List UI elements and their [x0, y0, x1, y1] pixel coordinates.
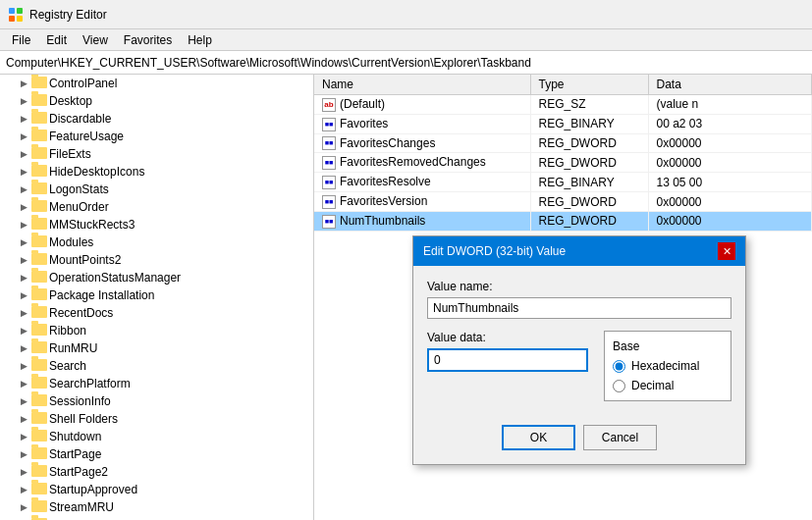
tree-item-desktop[interactable]: ▶ Desktop	[0, 92, 313, 110]
tree-item-packageinstallation[interactable]: ▶ Package Installation	[0, 286, 313, 304]
hexadecimal-radio[interactable]	[613, 360, 625, 373]
expand-arrow: ▶	[16, 199, 31, 215]
tree-item-hidedesktopicons[interactable]: ▶ HideDesktopIcons	[0, 163, 313, 181]
dialog-data-section: Value data:	[427, 331, 588, 401]
value-name-label: Value name:	[427, 280, 731, 293]
menu-favorites[interactable]: Favorites	[116, 31, 180, 49]
col-type[interactable]: Type	[530, 75, 648, 95]
expand-arrow: ▶	[16, 482, 31, 497]
tree-item-modules[interactable]: ▶ Modules	[0, 234, 313, 251]
folder-icon	[31, 112, 45, 126]
table-row[interactable]: ■■FavoritesRemovedChanges REG_DWORD 0x00…	[314, 153, 812, 173]
tree-item-featureusage[interactable]: ▶ FeatureUsage	[0, 128, 313, 145]
reg-dword-icon: ■■	[322, 156, 336, 170]
menu-file[interactable]: File	[4, 31, 38, 49]
expand-arrow: ▶	[16, 323, 31, 338]
expand-arrow: ▶	[16, 305, 31, 321]
expand-arrow: ▶	[16, 93, 31, 109]
svg-rect-3	[17, 16, 23, 22]
col-name[interactable]: Name	[314, 75, 530, 95]
expand-arrow: ▶	[16, 164, 31, 180]
tree-panel[interactable]: ▶ ControlPanel ▶ Desktop ▶ Discardable ▶…	[0, 75, 314, 520]
address-bar: Computer\HKEY_CURRENT_USER\Software\Micr…	[0, 51, 812, 75]
folder-icon	[31, 412, 45, 426]
tree-item-search[interactable]: ▶ Search	[0, 357, 313, 375]
hexadecimal-label: Hexadecimal	[631, 359, 699, 373]
dialog-close-button[interactable]: ✕	[718, 242, 735, 260]
expand-arrow: ▶	[16, 146, 31, 162]
tree-item-menuorder[interactable]: ▶ MenuOrder	[0, 198, 313, 216]
tree-item-operationstatusmanager[interactable]: ▶ OperationStatusManager	[0, 269, 313, 286]
tree-item-streams[interactable]: ▶ Streams	[0, 516, 313, 520]
tree-item-controlpanel[interactable]: ▶ ControlPanel	[0, 75, 313, 92]
tree-item-startpage[interactable]: ▶ StartPage	[0, 445, 313, 463]
folder-icon	[31, 306, 45, 320]
table-row[interactable]: ■■FavoritesResolve REG_BINARY 13 05 00	[314, 173, 812, 192]
expand-arrow: ▶	[16, 499, 31, 515]
tree-item-startupapproved[interactable]: ▶ StartupApproved	[0, 481, 313, 498]
folder-icon	[31, 324, 45, 338]
tree-item-fileexts[interactable]: ▶ FileExts	[0, 145, 313, 163]
folder-icon	[31, 147, 45, 161]
hexadecimal-option[interactable]: Hexadecimal	[613, 359, 723, 373]
table-row[interactable]: ■■FavoritesChanges REG_DWORD 0x00000	[314, 133, 812, 153]
folder-icon	[31, 288, 45, 302]
tree-item-searchplatform[interactable]: ▶ SearchPlatform	[0, 375, 313, 392]
tree-item-discardable[interactable]: ▶ Discardable	[0, 110, 313, 128]
menu-bar: File Edit View Favorites Help	[0, 29, 812, 51]
tree-item-runmru[interactable]: ▶ RunMRU	[0, 339, 313, 357]
folder-icon	[31, 341, 45, 355]
tree-item-sessioninfo[interactable]: ▶ SessionInfo	[0, 392, 313, 410]
svg-rect-0	[9, 8, 15, 14]
folder-icon	[31, 130, 45, 143]
expand-arrow: ▶	[16, 111, 31, 127]
address-path: Computer\HKEY_CURRENT_USER\Software\Micr…	[6, 56, 531, 70]
cancel-button[interactable]: Cancel	[583, 425, 657, 450]
folder-icon	[31, 94, 45, 108]
svg-rect-2	[9, 16, 15, 22]
tree-item-startpage2[interactable]: ▶ StartPage2	[0, 463, 313, 481]
expand-arrow: ▶	[16, 182, 31, 197]
table-row[interactable]: ■■Favorites REG_BINARY 00 a2 03	[314, 114, 812, 133]
tree-item-shutdown[interactable]: ▶ Shutdown	[0, 428, 313, 445]
tree-item-mmstuckrects3[interactable]: ▶ MMStuckRects3	[0, 216, 313, 234]
tree-item-shellfolders[interactable]: ▶ Shell Folders	[0, 410, 313, 428]
tree-item-ribbon[interactable]: ▶ Ribbon	[0, 322, 313, 339]
value-name-input[interactable]	[427, 297, 731, 319]
registry-table: Name Type Data ab(Default) REG_SZ (value…	[314, 75, 812, 232]
ok-button[interactable]: OK	[502, 425, 575, 450]
folder-icon	[31, 359, 45, 373]
base-radio-group: Hexadecimal Decimal	[613, 359, 723, 392]
base-label: Base	[613, 339, 723, 353]
folder-icon	[31, 200, 45, 214]
expand-arrow: ▶	[16, 376, 31, 391]
table-row[interactable]: ab(Default) REG_SZ (value n	[314, 95, 812, 115]
menu-edit[interactable]: Edit	[38, 31, 75, 49]
folder-icon	[31, 447, 45, 461]
folder-icon	[31, 430, 45, 443]
dialog-title-bar: Edit DWORD (32-bit) Value ✕	[413, 236, 745, 266]
tree-item-mountpoints2[interactable]: ▶ MountPoints2	[0, 251, 313, 269]
folder-icon	[31, 465, 45, 479]
value-data-label: Value data:	[427, 331, 588, 344]
reg-dword-icon: ■■	[322, 136, 336, 150]
decimal-option[interactable]: Decimal	[613, 379, 723, 392]
tree-item-recentdocs[interactable]: ▶ RecentDocs	[0, 304, 313, 322]
table-row-selected[interactable]: ■■NumThumbnails REG_DWORD 0x00000	[314, 211, 812, 231]
svg-rect-1	[17, 8, 23, 14]
col-data[interactable]: Data	[648, 75, 812, 95]
decimal-radio[interactable]	[613, 380, 625, 392]
expand-arrow: ▶	[16, 270, 31, 286]
folder-icon	[31, 182, 45, 196]
tree-item-logonstats[interactable]: ▶ LogonStats	[0, 181, 313, 198]
table-row[interactable]: ■■FavoritesVersion REG_DWORD 0x00000	[314, 192, 812, 212]
expand-arrow: ▶	[16, 464, 31, 480]
window-title: Registry Editor	[29, 8, 107, 22]
menu-view[interactable]: View	[75, 31, 116, 49]
folder-icon	[31, 483, 45, 496]
dialog-title: Edit DWORD (32-bit) Value	[423, 244, 566, 258]
menu-help[interactable]: Help	[180, 31, 220, 49]
folder-icon	[31, 377, 45, 390]
tree-item-streammru[interactable]: ▶ StreamMRU	[0, 498, 313, 516]
value-data-input[interactable]	[427, 348, 588, 372]
